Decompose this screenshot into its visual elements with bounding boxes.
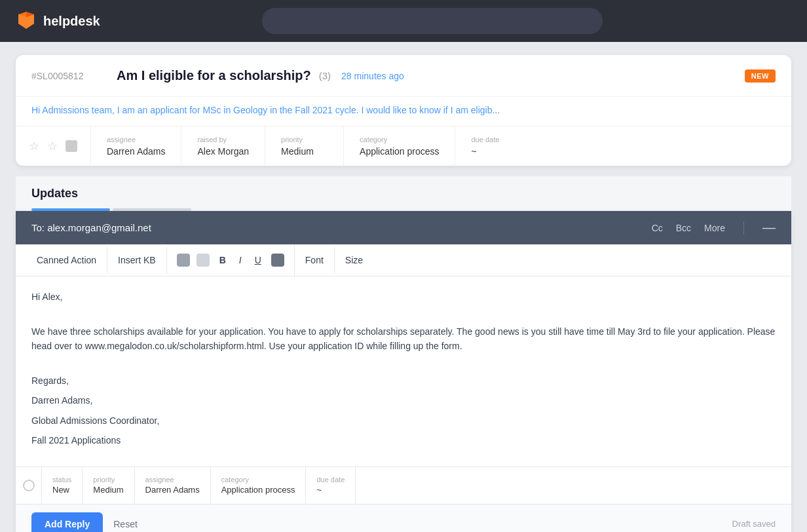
- status-checkbox[interactable]: [16, 467, 42, 504]
- star-icon-1[interactable]: ☆: [29, 139, 39, 153]
- color-swatch-3[interactable]: [271, 254, 284, 267]
- updates-title: Updates: [31, 187, 776, 200]
- raised-by-label: raised by: [197, 136, 249, 143]
- updates-section: Updates: [16, 176, 791, 211]
- compose-area: To: alex.morgan@gmail.net Cc Bcc More — …: [16, 211, 791, 532]
- category-value: Application process: [360, 146, 439, 157]
- italic-button[interactable]: I: [234, 252, 247, 268]
- compose-body[interactable]: Hi Alex, We have three scholarships avai…: [16, 276, 791, 466]
- body-paragraph1: We have three scholarships available for…: [31, 324, 776, 354]
- updates-tab-inactive[interactable]: [113, 208, 191, 211]
- compose-to-bar: To: alex.morgan@gmail.net Cc Bcc More —: [16, 211, 791, 244]
- status-meta-assignee: assignee Darren Adams: [135, 467, 211, 504]
- body-signature-4: Fall 2021 Applications: [31, 433, 776, 447]
- meta-raised-by: raised by Alex Morgan: [181, 126, 265, 166]
- compose-to-email: To: alex.morgan@gmail.net: [31, 222, 652, 233]
- logo: helpdesk: [16, 10, 100, 31]
- underline-button[interactable]: U: [250, 252, 267, 268]
- status-due-date-label: due date: [316, 476, 345, 484]
- status-priority-value: Medium: [93, 485, 123, 495]
- draft-saved-label: Draft saved: [732, 519, 776, 529]
- status-bar: status New priority Medium assignee Darr…: [16, 466, 791, 504]
- status-meta-category: category Application process: [211, 467, 307, 504]
- more-button[interactable]: More: [704, 223, 725, 233]
- ticket-badge: NEW: [745, 69, 776, 83]
- status-assignee-value: Darren Adams: [145, 485, 200, 495]
- checkbox-element: [23, 480, 35, 491]
- action-bar: Add Reply Reset Draft saved: [16, 504, 791, 532]
- priority-label: priority: [281, 136, 328, 143]
- ticket-title: Am I eligible for a scholarship?: [117, 68, 311, 83]
- bold-button[interactable]: B: [214, 252, 231, 268]
- star-icon-2[interactable]: ☆: [47, 139, 58, 153]
- square-icon[interactable]: [66, 140, 77, 152]
- meta-category: category Application process: [344, 126, 455, 166]
- minimize-button[interactable]: —: [762, 220, 776, 235]
- ticket-header-right: NEW: [745, 69, 776, 83]
- meta-assignee: assignee Darren Adams: [91, 126, 181, 166]
- updates-tab-active[interactable]: [31, 208, 110, 211]
- toolbar-divider: [743, 221, 744, 235]
- logo-icon: [16, 10, 37, 31]
- assignee-label: assignee: [107, 136, 165, 143]
- status-assignee-label: assignee: [145, 476, 200, 484]
- assignee-value: Darren Adams: [107, 146, 165, 157]
- status-priority-label: priority: [93, 476, 123, 484]
- color-swatch-1[interactable]: [177, 254, 190, 267]
- status-label: status: [52, 476, 71, 484]
- status-meta-priority: priority Medium: [83, 467, 134, 504]
- meta-priority: priority Medium: [265, 126, 344, 166]
- ticket-header: #SL0005812 Am I eligible for a scholarsh…: [16, 55, 791, 97]
- status-category-value: Application process: [221, 485, 295, 495]
- due-date-value: ~: [471, 146, 518, 157]
- topnav: helpdesk: [0, 0, 807, 42]
- font-button[interactable]: Font: [295, 247, 335, 273]
- body-signature-2: Darren Adams,: [31, 393, 776, 408]
- ticket-count: (3): [319, 70, 331, 81]
- insert-kb-button[interactable]: Insert KB: [107, 247, 167, 273]
- status-meta-due-date: due date ~: [306, 467, 356, 504]
- ticket-meta-row: ☆ ☆ assignee Darren Adams raised by Alex…: [16, 126, 791, 166]
- compose-toolbar: Canned Action Insert KB B I U Font Size: [16, 244, 791, 276]
- compose-to-label: To:: [31, 222, 45, 233]
- size-button[interactable]: Size: [335, 247, 373, 273]
- category-label: category: [360, 136, 439, 143]
- canned-action-button[interactable]: Canned Action: [26, 247, 107, 273]
- bcc-button[interactable]: Bcc: [676, 223, 691, 233]
- main-content: #SL0005812 Am I eligible for a scholarsh…: [0, 42, 807, 532]
- ticket-preview: Hi Admissions team, I am an applicant fo…: [16, 97, 791, 126]
- ticket-time: 28 minutes ago: [341, 71, 404, 81]
- status-due-date-value: ~: [316, 485, 345, 495]
- app-name: helpdesk: [43, 14, 100, 29]
- search-input[interactable]: [262, 8, 603, 34]
- status-value: New: [52, 485, 71, 495]
- priority-value: Medium: [281, 146, 328, 157]
- meta-due-date: due date ~: [455, 126, 534, 166]
- body-greeting: Hi Alex,: [31, 290, 776, 304]
- compose-email-value: alex.morgan@gmail.net: [47, 222, 151, 233]
- ticket-actions: ☆ ☆: [16, 126, 91, 166]
- toolbar-format-group: B I U: [167, 244, 295, 276]
- add-reply-button[interactable]: Add Reply: [31, 512, 103, 532]
- due-date-label: due date: [471, 136, 518, 143]
- color-swatch-2[interactable]: [197, 254, 210, 267]
- ticket-id: #SL0005812: [31, 71, 103, 81]
- status-category-label: category: [221, 476, 295, 484]
- search-container: [262, 8, 603, 34]
- ticket-title-group: Am I eligible for a scholarship? (3) 28 …: [117, 68, 404, 83]
- cc-button[interactable]: Cc: [652, 223, 663, 233]
- reset-button[interactable]: Reset: [113, 519, 138, 529]
- ticket-card: #SL0005812 Am I eligible for a scholarsh…: [16, 55, 791, 166]
- status-meta-status: status New: [42, 467, 83, 504]
- body-signature-3: Global Admissions Coordinator,: [31, 413, 776, 428]
- body-signature-1: Regards,: [31, 373, 776, 388]
- compose-to-actions: Cc Bcc More —: [652, 220, 776, 235]
- raised-by-value: Alex Morgan: [197, 146, 249, 157]
